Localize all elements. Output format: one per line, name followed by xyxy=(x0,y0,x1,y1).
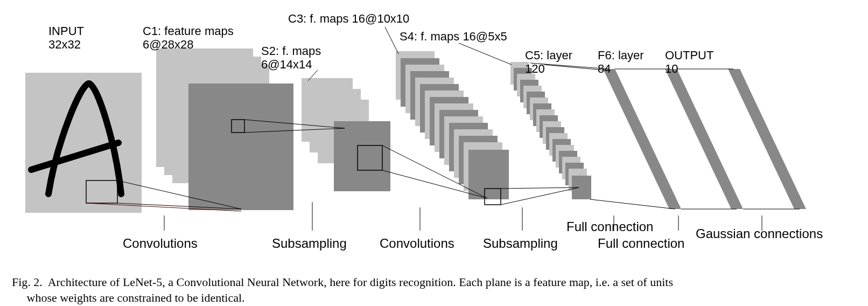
svg-line-61 xyxy=(501,187,579,205)
c1-title: C1: feature maps6@28x28 xyxy=(143,24,234,52)
f6-layer xyxy=(665,69,743,209)
s4-title: S4: f. maps 16@5x5 xyxy=(400,30,507,43)
svg-line-69 xyxy=(385,27,398,54)
svg-marker-46 xyxy=(603,69,681,209)
s2-title: S2: f. maps6@14x14 xyxy=(261,44,321,72)
output-title: OUTPUT10 xyxy=(665,48,713,76)
op-conv1: Convolutions xyxy=(123,236,198,251)
figure-caption: Fig. 2. Architecture of LeNet-5, a Convo… xyxy=(12,275,857,305)
c1-feature-maps xyxy=(156,48,293,210)
op-gaussian: Gaussian connections xyxy=(696,226,823,241)
s4-feature-maps xyxy=(510,62,591,199)
input-layer xyxy=(25,73,142,213)
svg-marker-47 xyxy=(665,69,743,209)
op-full2: Full connection xyxy=(598,236,684,251)
c3-title: C3: f. maps 16@10x10 xyxy=(288,12,409,25)
svg-line-63 xyxy=(590,199,675,209)
op-full1: Full connection xyxy=(566,219,653,234)
svg-rect-5 xyxy=(188,84,293,210)
s2-feature-maps xyxy=(302,78,390,191)
output-layer xyxy=(728,69,806,209)
diagram-svg xyxy=(0,0,868,306)
c3-feature-maps xyxy=(396,51,509,199)
op-sub2: Subsampling xyxy=(483,236,558,251)
f6-title: F6: layer84 xyxy=(598,48,644,76)
svg-line-70 xyxy=(459,43,512,65)
c5-title: C5: layer120 xyxy=(525,48,572,76)
svg-marker-48 xyxy=(728,69,806,209)
op-sub1: Subsampling xyxy=(272,236,347,251)
op-conv2: Convolutions xyxy=(380,236,454,251)
svg-line-60 xyxy=(501,187,579,189)
input-title: INPUT32x32 xyxy=(48,24,84,52)
lenet5-architecture-diagram: INPUT32x32 C1: feature maps6@28x28 S2: f… xyxy=(0,0,868,306)
c5-layer xyxy=(603,69,681,209)
